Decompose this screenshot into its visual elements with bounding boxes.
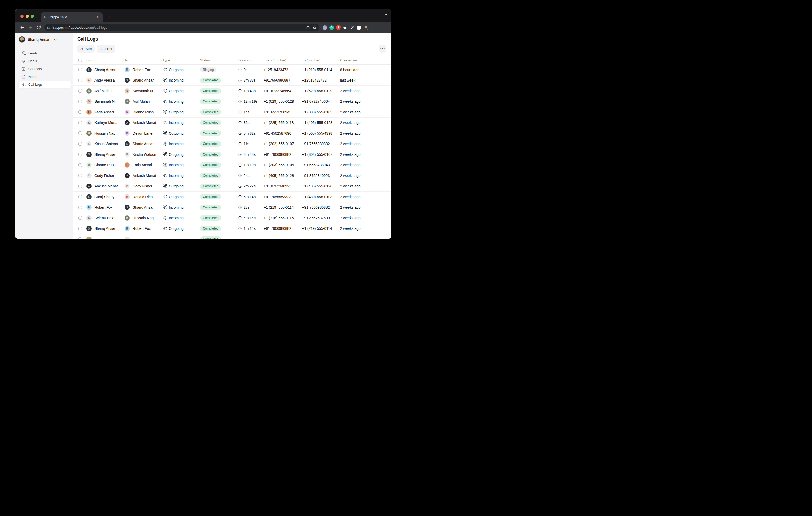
table-row[interactable]: SShariq AnsariRRobert FoxOutgoingRinging… bbox=[73, 65, 392, 75]
browser-tab[interactable]: F Frappe CRM ✕ bbox=[40, 12, 103, 22]
status-cell: Completed bbox=[200, 183, 238, 189]
row-checkbox[interactable] bbox=[79, 68, 82, 71]
phone-outgoing-icon bbox=[163, 226, 167, 231]
sort-button[interactable]: Sort bbox=[77, 45, 95, 53]
reload-icon[interactable] bbox=[35, 24, 42, 31]
row-checkbox[interactable] bbox=[79, 153, 82, 156]
github-extension-icon[interactable] bbox=[323, 25, 327, 30]
tab-search-chevron-icon[interactable] bbox=[384, 13, 388, 18]
row-checkbox[interactable] bbox=[79, 174, 82, 177]
row-checkbox[interactable] bbox=[79, 185, 82, 188]
table-row[interactable]: FFaris AnsariDDianne Russ...OutgoingComp… bbox=[73, 107, 392, 118]
browser-toolbar: frappecrm.frappe.cloud/crm/call-logs G bbox=[15, 22, 392, 33]
table-row[interactable]: KKathryn Mur...AAnkush MenatIncomingComp… bbox=[73, 118, 392, 128]
sidebar-item-call-logs[interactable]: Call Logs bbox=[19, 81, 70, 88]
row-checkbox[interactable] bbox=[79, 142, 82, 146]
table-row[interactable]: SSuraj ShettyRRonald Rich...OutgoingComp… bbox=[73, 192, 392, 202]
table-row[interactable]: AAnkush MenatCCody FisherOutgoingComplet… bbox=[73, 181, 392, 192]
window-controls[interactable] bbox=[21, 14, 34, 18]
minimize-window-button[interactable] bbox=[26, 14, 29, 18]
close-window-button[interactable] bbox=[21, 14, 24, 18]
from-name: Asif Mulani bbox=[94, 89, 112, 93]
page-title: Call Logs bbox=[78, 36, 98, 42]
row-checkbox[interactable] bbox=[79, 206, 82, 209]
zoom-window-button[interactable] bbox=[31, 14, 34, 18]
extensions-puzzle-icon[interactable] bbox=[343, 25, 347, 30]
table-row[interactable]: RRobert FoxSShariq AnsariIncomingComplet… bbox=[73, 202, 392, 213]
table-row[interactable]: SShariq AnsariRRobert FoxOutgoingComplet… bbox=[73, 223, 392, 234]
table-row[interactable]: SSelena Delg...HHussain Nag...IncomingCo… bbox=[73, 213, 392, 223]
duration-value: 24s bbox=[243, 174, 250, 178]
to-number: +91 4562587690 bbox=[302, 216, 340, 220]
duration-value: 8m 48s bbox=[243, 152, 256, 157]
table-row[interactable]: SShariq AnsariKKristin WatsonOutgoingCom… bbox=[73, 149, 392, 160]
table-row[interactable]: SSavannah N...AAsif MulaniIncomingComple… bbox=[73, 96, 392, 107]
tab-close-icon[interactable]: ✕ bbox=[95, 15, 100, 20]
table-row[interactable]: KKristin WatsonSShariq AnsariIncomingCom… bbox=[73, 139, 392, 150]
to-avatar: S bbox=[124, 205, 130, 210]
browser-menu-icon[interactable] bbox=[372, 25, 374, 30]
to-avatar: H bbox=[124, 215, 130, 221]
status-cell: Completed bbox=[200, 120, 238, 125]
created-on: last week bbox=[340, 78, 392, 82]
status-cell: Completed bbox=[200, 152, 238, 157]
row-checkbox[interactable] bbox=[79, 89, 82, 93]
forward-icon[interactable] bbox=[27, 24, 34, 31]
row-checkbox[interactable] bbox=[79, 110, 82, 114]
browser-profile-avatar[interactable] bbox=[364, 25, 368, 30]
row-checkbox[interactable] bbox=[79, 163, 82, 167]
sidebar-item-contacts[interactable]: Contacts bbox=[19, 65, 70, 72]
row-checkbox[interactable] bbox=[79, 216, 82, 219]
row-checkbox[interactable] bbox=[79, 227, 82, 230]
table-row[interactable]: DDianne Russ...FFaris AnsariIncomingComp… bbox=[73, 160, 392, 171]
table-row[interactable]: Completed bbox=[73, 234, 392, 239]
column-header: From bbox=[86, 58, 124, 62]
duration-cell: 1m 14s bbox=[238, 226, 264, 231]
row-checkbox[interactable] bbox=[79, 100, 82, 103]
table-body: SShariq AnsariRRobert FoxOutgoingRinging… bbox=[73, 65, 392, 239]
from-name: Ankush Menat bbox=[94, 184, 118, 188]
sidebar-item-notes[interactable]: Notes bbox=[19, 73, 70, 80]
leaf-extension-icon[interactable] bbox=[350, 25, 354, 30]
sidebar-item-leads[interactable]: Leads bbox=[19, 50, 70, 57]
adblock-extension-icon[interactable] bbox=[336, 25, 341, 30]
table-row[interactable]: AAsif MulaniSSavannah N...OutgoingComple… bbox=[73, 86, 392, 96]
table-row[interactable]: AAndy ViessaSShariq AnsariIncomingComple… bbox=[73, 75, 392, 86]
created-on: 2 weeks ago bbox=[340, 110, 392, 114]
share-icon[interactable] bbox=[306, 26, 310, 30]
sidepanel-icon[interactable] bbox=[357, 26, 361, 30]
row-checkbox[interactable] bbox=[79, 131, 82, 135]
grammarly-extension-icon[interactable]: G bbox=[329, 25, 334, 30]
from-number: +91 8762340923 bbox=[264, 184, 302, 188]
from-person: AAsif Mulani bbox=[86, 88, 124, 94]
more-options-button[interactable] bbox=[379, 45, 386, 53]
row-checkbox[interactable] bbox=[79, 79, 82, 82]
from-number: +1 (629) 555-0129 bbox=[264, 99, 302, 103]
sidebar-item-deals[interactable]: Deals bbox=[19, 58, 70, 65]
filter-button[interactable]: Filter bbox=[96, 45, 115, 53]
back-icon[interactable] bbox=[19, 24, 25, 31]
duration-cell: 2m 22s bbox=[238, 184, 264, 188]
row-checkbox[interactable] bbox=[79, 237, 82, 239]
row-checkbox[interactable] bbox=[79, 195, 82, 199]
to-avatar: S bbox=[124, 141, 130, 146]
user-menu[interactable]: Shariq Ansari bbox=[19, 36, 70, 42]
call-type: Outgoing bbox=[163, 68, 200, 72]
to-name: Savannah N... bbox=[133, 89, 156, 93]
column-header: From (number) bbox=[264, 58, 302, 62]
bookmark-star-icon[interactable] bbox=[313, 25, 317, 30]
to-avatar: A bbox=[124, 99, 130, 104]
row-checkbox[interactable] bbox=[79, 121, 82, 124]
table-row[interactable]: CCody FisherAAnkush MenatIncomingComplet… bbox=[73, 171, 392, 181]
from-avatar: S bbox=[86, 152, 92, 157]
sidebar-item-label: Leads bbox=[28, 51, 37, 55]
url-bar[interactable]: frappecrm.frappe.cloud/crm/call-logs bbox=[45, 24, 319, 31]
from-name: Suraj Shetty bbox=[94, 195, 114, 199]
from-avatar: S bbox=[86, 67, 92, 72]
from-number: +1 (405) 555-0128 bbox=[264, 174, 302, 178]
status-badge: Completed bbox=[200, 183, 221, 189]
new-tab-button[interactable]: + bbox=[106, 13, 113, 20]
select-all-checkbox[interactable] bbox=[79, 59, 82, 62]
clock-icon bbox=[238, 68, 242, 71]
table-row[interactable]: HHussain Nag...DDevon LaneOutgoingComple… bbox=[73, 128, 392, 139]
